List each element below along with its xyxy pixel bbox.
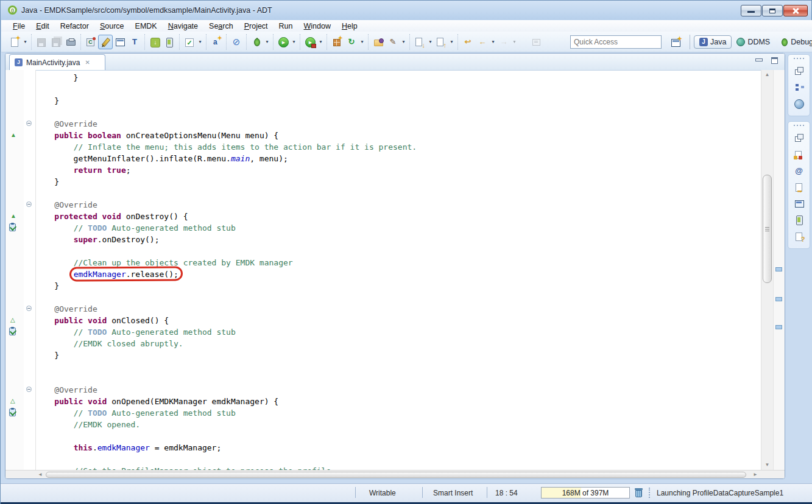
run-button[interactable]: ▶	[276, 35, 291, 49]
tab-close-icon[interactable]: ✕	[85, 59, 90, 66]
run-external-tools-button[interactable]: ▶	[303, 35, 317, 49]
screen-capture-button[interactable]: ⊘	[229, 35, 244, 49]
horizontal-scroll-thumb[interactable]	[46, 472, 746, 478]
new-wizard-button[interactable]: ✦	[7, 35, 22, 49]
new-android-project-button[interactable]: a✦	[209, 35, 224, 49]
back-dropdown[interactable]: ▾	[490, 39, 496, 44]
debug-dropdown[interactable]: ▾	[264, 39, 270, 44]
fold-collapse-icon[interactable]	[26, 201, 32, 207]
vertical-scroll-thumb[interactable]	[763, 175, 772, 283]
perspective-java-button[interactable]: J Java	[694, 35, 732, 49]
console-view-button[interactable]	[788, 195, 810, 212]
print-button[interactable]	[63, 35, 78, 49]
menu-item-emdk[interactable]: EMDK	[130, 21, 163, 31]
menu-item-search[interactable]: Search	[203, 21, 239, 31]
menu-item-help[interactable]: Help	[336, 21, 363, 31]
menu-item-file[interactable]: File	[7, 21, 30, 31]
back-button[interactable]: ←	[475, 35, 490, 49]
code-line: }	[35, 176, 761, 187]
code-line	[35, 83, 761, 95]
save-all-button[interactable]	[49, 35, 63, 49]
horizontal-scrollbar[interactable]: ◄ ►	[5, 470, 785, 479]
restore-views-button[interactable]	[788, 63, 810, 79]
occurrence-mark[interactable]	[775, 297, 782, 301]
scroll-up-arrow[interactable]: ▲	[761, 70, 773, 80]
outline-view-button[interactable]	[788, 79, 810, 96]
save-button[interactable]	[34, 35, 49, 49]
perspective-debug-button[interactable]: Debug	[775, 36, 812, 48]
menu-item-project[interactable]: Project	[239, 21, 274, 31]
previous-annotation-button[interactable]: ↑	[434, 35, 448, 49]
show-whitespace-button[interactable]: T	[127, 35, 142, 49]
coverage-button[interactable]: ↻	[344, 35, 359, 49]
menu-item-refactor[interactable]: Refactor	[55, 21, 94, 31]
save-all-icon	[51, 37, 61, 47]
minimize-editor-button[interactable]	[754, 57, 764, 65]
content-assist-button[interactable]: C	[83, 35, 98, 49]
open-task-button[interactable]	[371, 35, 386, 49]
external-tools-dropdown[interactable]: ▾	[317, 39, 324, 44]
new-java-project-button[interactable]: ✦	[330, 35, 344, 49]
editor-tab-mainactivity[interactable]: J MainActivity.java ✕	[9, 54, 105, 70]
problems-view-button[interactable]	[788, 146, 810, 163]
drag-handle[interactable]	[794, 125, 805, 126]
scroll-left-arrow[interactable]: ◄	[35, 471, 45, 479]
previous-annotation-dropdown[interactable]: ▾	[448, 39, 455, 44]
window-close-button[interactable]	[783, 5, 808, 16]
avd-manager-button[interactable]	[162, 35, 177, 49]
scroll-right-arrow[interactable]: ►	[750, 471, 760, 479]
menu-item-edit[interactable]: Edit	[30, 21, 55, 31]
java-editor-button[interactable]	[113, 35, 127, 49]
overview-ruler[interactable]	[773, 70, 785, 470]
next-annotation-button[interactable]: ↓	[412, 35, 427, 49]
writable-status: Writable	[369, 489, 396, 497]
code-area[interactable]: } } @Override public boolean onCreateOpt…	[35, 70, 761, 470]
last-edit-location-button[interactable]: ↩	[461, 35, 475, 49]
mark-occurrences-toggle[interactable]	[98, 35, 113, 49]
logcat-view-button[interactable]	[788, 212, 810, 228]
javadoc-view-button[interactable]: @	[788, 163, 810, 179]
lint-button[interactable]: ✓	[182, 35, 197, 49]
garbage-collect-button[interactable]	[635, 488, 643, 497]
title-bar[interactable]: () Java - EMDKSample/src/com/symbol/emdk…	[1, 1, 811, 20]
fold-collapse-icon[interactable]	[26, 121, 32, 126]
format-button[interactable]: ✎	[386, 35, 400, 49]
menu-item-run[interactable]: Run	[274, 21, 298, 31]
fold-collapse-icon[interactable]	[26, 306, 32, 311]
browser-view-button[interactable]	[788, 96, 810, 112]
forward-button[interactable]: →	[496, 35, 511, 49]
lint-dropdown[interactable]: ▾	[197, 39, 203, 44]
run-dropdown[interactable]: ▾	[291, 39, 297, 44]
annotation-ruler[interactable]: ▲▲△△	[5, 70, 24, 470]
code-line: // Inflate the menu; this adds items to …	[35, 141, 761, 153]
heap-status-widget[interactable]: 168M of 397M	[541, 487, 630, 499]
menu-item-source[interactable]: Source	[94, 21, 130, 31]
restore-views-button-2[interactable]	[788, 130, 810, 146]
declaration-view-button[interactable]	[788, 179, 810, 195]
perspective-ddms-button[interactable]: DDMS	[732, 36, 775, 48]
quick-access-input[interactable]	[570, 35, 662, 49]
debug-button[interactable]	[249, 35, 264, 49]
scroll-down-arrow[interactable]: ▼	[761, 460, 773, 470]
window-maximize-button[interactable]	[762, 5, 783, 16]
tasks-view-button[interactable]: ?	[788, 228, 810, 245]
next-annotation-dropdown[interactable]: ▾	[427, 39, 434, 44]
forward-dropdown[interactable]: ▾	[511, 39, 518, 44]
sdk-manager-button[interactable]: ↓	[147, 35, 162, 49]
coverage-dropdown[interactable]: ▾	[359, 39, 365, 44]
occurrence-mark[interactable]	[775, 325, 782, 329]
drag-handle[interactable]	[794, 58, 805, 59]
maximize-editor-button[interactable]	[770, 57, 780, 65]
vertical-scrollbar[interactable]: ▲ ▼	[761, 70, 773, 470]
pin-editor-button[interactable]	[529, 35, 543, 49]
fold-collapse-icon[interactable]	[26, 387, 32, 392]
menu-item-navigate[interactable]: Navigate	[163, 21, 203, 31]
folding-ruler[interactable]	[24, 70, 36, 470]
format-dropdown[interactable]: ▾	[400, 39, 407, 44]
window-minimize-button[interactable]	[741, 5, 761, 16]
occurrence-mark[interactable]	[775, 267, 782, 271]
menu-item-window[interactable]: Window	[298, 21, 336, 31]
open-perspective-button[interactable]: ✦	[670, 37, 682, 47]
new-wizard-dropdown[interactable]: ▾	[22, 39, 29, 44]
status-drag-handle[interactable]	[649, 488, 650, 498]
